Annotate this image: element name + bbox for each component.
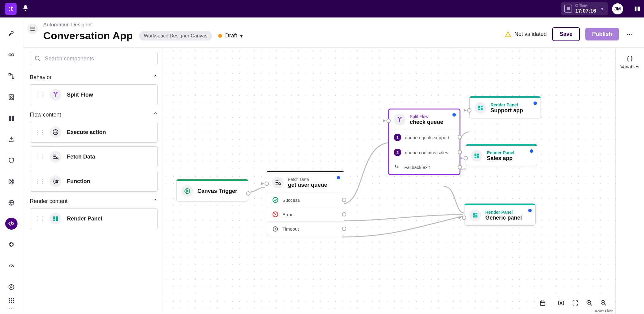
outcome-label: Success (282, 197, 300, 203)
split-flow-icon (394, 114, 405, 125)
canvas-tag: Workspace Designer Canvas (139, 31, 212, 40)
svg-rect-5 (9, 74, 11, 75)
zoom-out-button[interactable] (596, 297, 611, 309)
rail-item-shield[interactable] (5, 155, 17, 167)
rail-item-link[interactable] (5, 49, 17, 61)
group-header-flow-content[interactable]: Flow content ⌃ (30, 111, 158, 118)
variables-label: Variables (620, 64, 639, 69)
svg-point-35 (279, 183, 281, 185)
rail-item-globe[interactable] (5, 197, 17, 209)
presence-pill[interactable]: Offline 17:07:16 ▾ (561, 2, 608, 15)
split-flow-icon (50, 89, 61, 101)
components-sidebar: Behavior ⌃ ⋮⋮ Split Flow Flow content ⌃ … (23, 48, 162, 314)
outcome-label: Error (282, 212, 293, 217)
fit-view-button[interactable] (554, 297, 568, 309)
node-fetch-data[interactable]: Fetch Data get user queue Success Error … (267, 170, 344, 236)
chevron-down-icon: ▾ (240, 33, 243, 39)
svg-point-8 (10, 96, 12, 98)
svg-point-25 (508, 36, 508, 36)
group-header-render-content[interactable]: Render content ⌃ (30, 198, 158, 205)
rail-item-code[interactable] (5, 218, 17, 230)
split-fallback: Fallback exit (389, 160, 460, 174)
more-menu-button[interactable]: ⋯ (624, 30, 635, 38)
component-execute-action[interactable]: ⋮⋮ Execute action (30, 122, 158, 143)
rail-item-puzzle[interactable] (5, 239, 17, 251)
component-name: Function (67, 178, 90, 185)
component-fetch-data[interactable]: ⋮⋮ Fetch Data (30, 146, 158, 167)
svg-rect-1 (636, 6, 638, 11)
svg-rect-44 (477, 154, 479, 155)
fullscreen-button[interactable] (568, 297, 582, 309)
status-dot-icon (452, 113, 456, 117)
svg-point-15 (9, 285, 14, 290)
group-header-behavior[interactable]: Behavior ⌃ (30, 74, 158, 81)
svg-rect-41 (481, 108, 483, 110)
globe-icon (50, 126, 61, 138)
presence-label: Offline (575, 3, 596, 8)
svg-rect-23 (11, 302, 12, 303)
publish-button[interactable]: Publish (585, 28, 619, 40)
status-dot-icon (337, 176, 340, 179)
search-input[interactable] (45, 56, 153, 62)
fallback-label: Fallback exit (404, 165, 430, 170)
zoom-in-button[interactable] (582, 297, 596, 309)
svg-rect-20 (11, 300, 12, 301)
save-button[interactable]: Save (552, 27, 580, 41)
notifications-icon[interactable] (22, 5, 29, 13)
drag-handle-icon: ⋮⋮ (35, 129, 44, 136)
node-render-support[interactable]: Render Panel Support app (469, 96, 541, 118)
svg-rect-10 (12, 116, 14, 121)
calendar-button[interactable] (536, 297, 550, 309)
svg-point-28 (56, 157, 58, 159)
chevron-down-icon: ▾ (601, 6, 603, 12)
split-rule-1: 1 queue equals support (389, 130, 460, 145)
timeout-icon (272, 225, 279, 232)
node-canvas-trigger[interactable]: Canvas Trigger (176, 179, 248, 201)
component-name: Split Flow (67, 92, 93, 98)
app-logo[interactable]: :t (5, 3, 17, 15)
svg-rect-19 (9, 300, 10, 301)
rail-item-customize[interactable] (5, 28, 17, 40)
render-panel-icon (469, 209, 481, 221)
rail-item-layout[interactable] (5, 112, 17, 124)
node-type: Render Panel (487, 150, 514, 155)
svg-rect-0 (634, 6, 636, 11)
svg-rect-30 (53, 216, 55, 219)
svg-rect-17 (11, 298, 12, 300)
svg-point-13 (11, 181, 12, 182)
component-function[interactable]: ⋮⋮ fx Function (30, 171, 158, 192)
component-name: Fetch Data (67, 154, 95, 160)
component-name: Execute action (67, 129, 106, 136)
svg-text:fx: fx (56, 180, 58, 183)
collapse-sidebar-button[interactable] (27, 24, 38, 34)
rail-item-apps[interactable] (5, 294, 17, 307)
error-icon (272, 211, 279, 218)
node-render-sales[interactable]: Render Panel Sales app (466, 144, 537, 166)
canvas[interactable]: Canvas Trigger Fetch Data get user queue… (162, 48, 615, 314)
status-dropdown[interactable]: Draft ▾ (218, 33, 243, 39)
rail-item-download[interactable] (5, 133, 17, 145)
svg-rect-9 (9, 116, 11, 121)
svg-rect-43 (475, 154, 476, 156)
node-split-flow[interactable]: Split Flow check queue 1 queue equals su… (388, 109, 460, 175)
variables-panel-toggle[interactable]: Variables (615, 48, 644, 314)
rail-item-gauge[interactable] (5, 260, 17, 272)
search-input-wrap[interactable] (30, 52, 158, 65)
rail-item-contact[interactable] (5, 91, 17, 103)
fetch-icon (50, 151, 61, 163)
rail-item-flow[interactable] (5, 70, 17, 82)
svg-point-26 (35, 56, 39, 60)
avatar[interactable]: JM (612, 3, 623, 14)
chevron-up-icon: ⌃ (153, 111, 158, 118)
rule-label: queue contains sales (405, 150, 448, 155)
outcome-timeout: Timeout (267, 221, 344, 236)
node-type: Fetch Data (288, 177, 327, 182)
svg-rect-45 (477, 155, 479, 158)
component-render-panel[interactable]: ⋮⋮ Render Panel (30, 208, 158, 229)
panel-toggle-icon[interactable] (629, 3, 641, 15)
rail-item-fingerprint[interactable] (5, 175, 17, 187)
rail-item-compass[interactable] (5, 281, 17, 293)
node-title: Support app (491, 107, 523, 114)
component-split-flow[interactable]: ⋮⋮ Split Flow (30, 84, 158, 105)
node-render-generic[interactable]: Render Panel Generic panel (464, 203, 536, 226)
